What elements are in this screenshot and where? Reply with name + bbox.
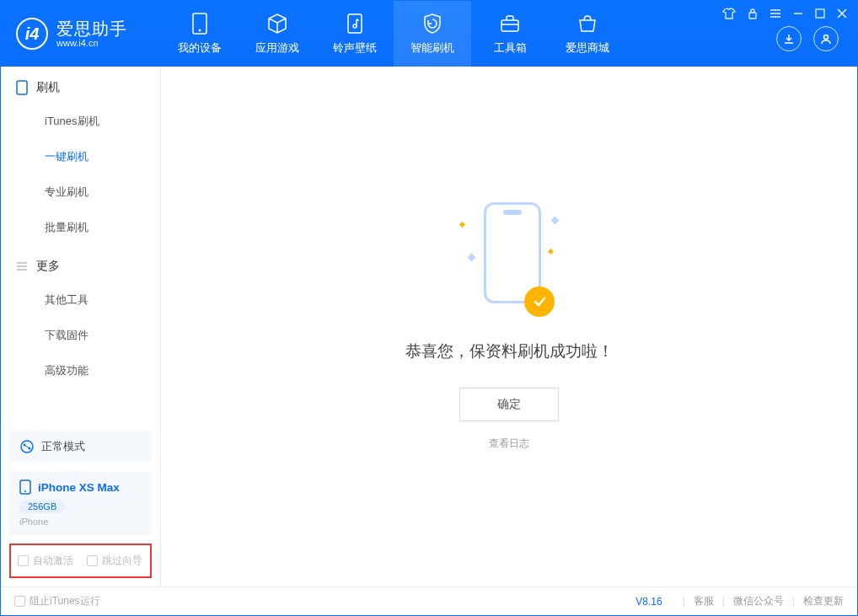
tab-label: 工具箱 [494, 40, 527, 56]
store-icon [576, 12, 598, 35]
music-icon [346, 12, 364, 35]
sidebar-item-one-click-flash[interactable]: 一键刷机 [1, 139, 160, 174]
tab-label: 铃声壁纸 [333, 40, 377, 56]
toolbox-icon [499, 12, 521, 35]
device-name: iPhone XS Max [38, 481, 120, 494]
tab-device[interactable]: 我的设备 [161, 1, 239, 67]
device-storage: 256GB [19, 500, 65, 513]
tab-store[interactable]: 爱思商城 [549, 1, 626, 67]
sidebar: 刷机 iTunes刷机 一键刷机 专业刷机 批量刷机 更多 其他工具 下载固件 … [1, 67, 161, 587]
svg-rect-8 [17, 81, 27, 94]
minimize-icon[interactable] [793, 8, 803, 19]
mode-card[interactable]: 正常模式 [9, 431, 152, 463]
svg-point-7 [824, 35, 829, 40]
device-phone-icon [19, 479, 31, 495]
view-log-link[interactable]: 查看日志 [489, 437, 529, 451]
mode-icon [19, 439, 35, 454]
logo-icon: i4 [16, 18, 48, 50]
download-button[interactable] [776, 26, 802, 51]
tshirt-icon[interactable] [722, 8, 736, 19]
sidebar-item-download-firmware[interactable]: 下载固件 [1, 318, 160, 353]
check-update-link[interactable]: 检查更新 [803, 594, 844, 608]
sidebar-item-batch-flash[interactable]: 批量刷机 [1, 210, 160, 245]
main-tabs: 我的设备 应用游戏 铃声壁纸 智能刷机 工具箱 爱思商城 [161, 1, 626, 67]
menu-icon[interactable] [770, 8, 781, 19]
statusbar: 阻止iTunes运行 V8.16 | 客服 | 微信公众号 | 检查更新 [1, 587, 857, 615]
app-window: i4 爱思助手 www.i4.cn 我的设备 应用游戏 铃声壁纸 智能刷机 [0, 0, 858, 616]
svg-point-3 [353, 24, 357, 28]
main-content: 恭喜您，保资料刷机成功啦！ 确定 查看日志 [161, 67, 857, 587]
sidebar-item-advanced[interactable]: 高级功能 [1, 353, 160, 388]
lock-icon[interactable] [748, 8, 758, 19]
body: 刷机 iTunes刷机 一键刷机 专业刷机 批量刷机 更多 其他工具 下载固件 … [1, 67, 857, 587]
tab-flash[interactable]: 智能刷机 [394, 1, 471, 67]
cube-icon [266, 12, 288, 35]
check-badge-icon [524, 287, 555, 317]
success-illustration [458, 202, 560, 320]
block-itunes-checkbox[interactable]: 阻止iTunes运行 [14, 594, 100, 608]
tab-label: 我的设备 [178, 40, 222, 56]
svg-rect-4 [501, 20, 518, 31]
skip-guide-checkbox[interactable]: 跳过向导 [87, 554, 142, 568]
nav-group-flash: 刷机 [1, 67, 160, 104]
mode-label: 正常模式 [41, 439, 85, 454]
ok-button[interactable]: 确定 [459, 388, 559, 421]
nav-group-more: 更多 [1, 245, 160, 282]
sidebar-item-other-tools[interactable]: 其他工具 [1, 282, 160, 318]
support-link[interactable]: 客服 [694, 594, 714, 608]
svg-point-13 [24, 490, 26, 492]
svg-point-1 [199, 29, 201, 32]
user-button[interactable] [813, 26, 839, 51]
tab-label: 应用游戏 [255, 40, 299, 56]
titlebar: i4 爱思助手 www.i4.cn 我的设备 应用游戏 铃声壁纸 智能刷机 [1, 1, 857, 67]
tab-apps[interactable]: 应用游戏 [239, 1, 316, 67]
tab-label: 爱思商城 [566, 40, 609, 56]
device-icon [192, 12, 207, 35]
svg-rect-6 [816, 9, 824, 18]
svg-rect-5 [749, 13, 756, 19]
tab-toolbox[interactable]: 工具箱 [471, 1, 549, 67]
device-type: iPhone [19, 517, 142, 527]
version-label: V8.16 [635, 596, 662, 608]
flash-options-row: 自动激活 跳过向导 [9, 544, 152, 578]
success-message: 恭喜您，保资料刷机成功啦！ [405, 340, 614, 362]
device-card[interactable]: iPhone XS Max 256GB iPhone [9, 471, 152, 535]
close-icon[interactable] [837, 8, 847, 19]
app-name: 爱思助手 [56, 19, 127, 38]
maximize-icon[interactable] [815, 8, 825, 19]
app-url: www.i4.cn [56, 38, 127, 48]
svg-rect-2 [348, 14, 362, 33]
sidebar-item-itunes-flash[interactable]: iTunes刷机 [1, 104, 160, 139]
header-action-icons [776, 26, 839, 51]
auto-activate-checkbox[interactable]: 自动激活 [18, 554, 73, 568]
sidebar-bottom: 正常模式 iPhone XS Max 256GB iPhone 自动激活 跳过向… [1, 422, 160, 587]
list-icon [16, 261, 28, 271]
wechat-link[interactable]: 微信公众号 [733, 594, 784, 608]
shield-icon [422, 12, 442, 35]
app-logo: i4 爱思助手 www.i4.cn [1, 1, 161, 67]
tab-label: 智能刷机 [410, 40, 454, 56]
sidebar-item-pro-flash[interactable]: 专业刷机 [1, 174, 160, 210]
phone-outline-icon [16, 80, 28, 95]
window-controls [722, 8, 847, 19]
tab-ringtone[interactable]: 铃声壁纸 [316, 1, 394, 67]
